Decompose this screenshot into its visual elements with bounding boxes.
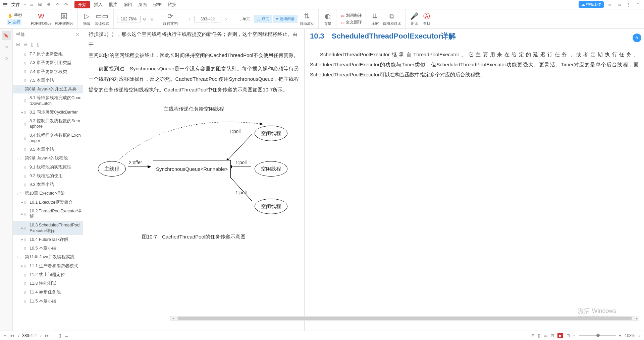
status-back-icon[interactable]: « xyxy=(3,333,7,338)
view2-icon[interactable]: ▯ xyxy=(538,333,540,338)
prev-page-icon[interactable]: ‹ xyxy=(185,15,194,23)
select-mode[interactable]: ➤选择 xyxy=(7,19,21,25)
zoom-out-icon[interactable]: ⊖ xyxy=(141,16,148,22)
zoom-thumb[interactable] xyxy=(596,334,600,337)
bookmark-arrow-icon[interactable]: ▿ xyxy=(15,87,19,91)
auto-scroll-button[interactable]: ⇅自动滚动 xyxy=(298,11,316,27)
status-last-icon[interactable]: ⏭ xyxy=(44,333,50,338)
bookmark-arrow-icon[interactable]: ▸ xyxy=(20,264,24,268)
menu-page[interactable]: 页面 xyxy=(136,1,149,8)
bookmark-item[interactable]: ▸▯10.4 FutureTask详解 xyxy=(13,235,83,244)
bookmark-arrow-icon[interactable]: ▸ xyxy=(20,200,24,204)
menu-insert[interactable]: 插入 xyxy=(92,1,105,8)
float-annotate-icon[interactable]: ✎ xyxy=(633,33,641,42)
view4-icon[interactable]: ⊡ xyxy=(551,333,554,338)
bookmark-item[interactable]: ▿▯第11章 Java并发编程实践 xyxy=(13,253,83,261)
status-play-icon[interactable]: ▶ xyxy=(557,333,563,338)
print-icon[interactable]: 🖶 xyxy=(45,1,52,8)
rotate-button[interactable]: ⟳旋转文档 xyxy=(162,11,179,27)
zoom-slider[interactable] xyxy=(579,335,616,336)
add-bookmark-icon[interactable]: ⊞ xyxy=(16,42,20,47)
bookmark-arrow-icon[interactable]: ▸ xyxy=(20,212,24,216)
menu-edit[interactable]: 编辑 xyxy=(121,1,134,8)
pdf-to-image[interactable]: 🖼PDF转图片 xyxy=(54,11,75,27)
status-first-icon[interactable]: ⏮ xyxy=(9,333,15,338)
continuous-button[interactable]: ≣连续阅读 xyxy=(273,15,298,23)
bookmark-item[interactable]: ▯8.4 线程间交换数据的Exchanger xyxy=(13,131,83,145)
skin-icon[interactable]: ▭ xyxy=(616,1,623,8)
bookmark-item[interactable]: ▯11.5 本章小结 xyxy=(13,297,83,305)
menu-annotate[interactable]: 批注 xyxy=(107,1,119,8)
bookmark-item[interactable]: ▯8.1 等待多线程完成的CountDownLatch xyxy=(13,93,83,108)
collapse-icon[interactable]: ⌃ xyxy=(635,1,641,8)
bookmark-item[interactable]: ▿▯第10章 Executor框架 xyxy=(13,189,83,198)
status-expand-icon[interactable]: » xyxy=(638,333,641,338)
status-bookmark-icon[interactable]: ▯ xyxy=(58,333,62,338)
bookmark-item[interactable]: ▿▯第9章 Java中的线程池 xyxy=(13,154,83,162)
bookmark-item[interactable]: ▸▯8.2 同步屏障CyclicBarrier xyxy=(13,108,83,117)
thumbnail-rail-icon[interactable]: ▭ xyxy=(2,42,11,52)
next-page-icon[interactable]: › xyxy=(222,15,230,23)
more-icon[interactable]: ⋮ xyxy=(625,1,632,8)
word-translate[interactable]: ▭划词翻译 xyxy=(340,12,363,19)
status-zoom-in-icon[interactable]: + xyxy=(619,333,622,338)
status-zoom-value[interactable]: 103% xyxy=(625,333,635,338)
hand-mode[interactable]: ✋手型 xyxy=(7,12,23,19)
crop-button[interactable]: ⧉截图和对比 xyxy=(381,11,402,27)
double-page-button[interactable]: ▯▯双页 xyxy=(254,15,272,23)
bookmark-arrow-icon[interactable]: ▿ xyxy=(15,255,19,259)
status-next-icon[interactable]: › xyxy=(40,333,42,338)
bookmark-item[interactable]: ▯8.5 本章小结 xyxy=(13,145,83,154)
status-prev-icon[interactable]: ‹ xyxy=(17,333,19,338)
read-aloud-button[interactable]: 🎤朗读 xyxy=(409,11,420,27)
bookmark-arrow-icon[interactable]: ▸ xyxy=(20,110,24,114)
menu-protect[interactable]: 保护 xyxy=(151,1,164,8)
scroll-thumb[interactable] xyxy=(177,317,632,320)
bookmark-item[interactable]: ▯9.1 线程池的实现原理 xyxy=(13,163,83,172)
status-page-input[interactable]: 383/422 xyxy=(22,333,38,338)
save-icon[interactable]: 🖫 xyxy=(37,1,43,8)
collapse-bookmark-icon[interactable]: ▯ xyxy=(37,42,40,47)
hamburger-icon[interactable] xyxy=(3,3,7,6)
horizontal-scrollbar[interactable]: ◂ ▸ xyxy=(170,316,639,321)
play-button[interactable]: ▷播放 xyxy=(81,11,93,27)
read-mode-button[interactable]: ▭▭阅读模式 xyxy=(93,11,111,27)
menu-start[interactable]: 开始 xyxy=(74,1,90,8)
zoom-in-icon[interactable]: ⊕ xyxy=(149,16,155,22)
redo-icon[interactable]: ↷ xyxy=(63,1,69,8)
status-fit-icon[interactable]: ⊡ xyxy=(567,333,570,338)
upload-badge[interactable]: ☁拖拽上传 xyxy=(579,1,604,8)
bookmark-item[interactable]: ▯9.2 线程池的使用 xyxy=(13,172,83,180)
background-button[interactable]: ◐背景 xyxy=(322,11,333,27)
view3-icon[interactable]: ▭ xyxy=(544,333,547,338)
bookmark-arrow-icon[interactable]: ▿ xyxy=(15,191,19,196)
view1-icon[interactable]: ⊞ xyxy=(531,333,535,338)
status-sidebar-icon[interactable]: ▭ xyxy=(64,333,69,338)
bookmark-item[interactable]: ▯7.5 本章小结 xyxy=(13,76,83,85)
expand-bookmark-icon[interactable]: ▯ xyxy=(31,42,34,47)
bookmark-item[interactable]: ▸▯10.1 Executor框架简介 xyxy=(13,198,83,207)
bookmark-rail-icon[interactable]: 🔖 xyxy=(2,31,11,40)
bookmark-item[interactable]: ▯10.5 本章小结 xyxy=(13,244,83,253)
zoom-value[interactable]: 102.76% xyxy=(117,16,141,22)
status-zoom-out-icon[interactable]: − xyxy=(573,333,576,338)
pdf-to-office[interactable]: WPDF转Office xyxy=(30,11,53,27)
attachment-rail-icon[interactable]: ◇ xyxy=(2,54,11,63)
bookmark-item[interactable]: ▸▯10.2 ThreadPoolExecutor详解 xyxy=(13,207,83,221)
document-viewport[interactable]: 行步骤1）），那么这个空闲线程将执行主线程提交的新任务；否则，这个空闲线程将终止… xyxy=(83,29,644,331)
scroll-right-icon[interactable]: ▸ xyxy=(634,316,639,320)
scroll-left-icon[interactable]: ◂ xyxy=(171,316,175,320)
bookmark-item[interactable]: ▯7.4 原子更新字段类 xyxy=(13,67,83,76)
bookmark-item[interactable]: ▯11.3 性能测试 xyxy=(13,279,83,288)
bookmark-item[interactable]: ▯9.3 本章小结 xyxy=(13,180,83,189)
undo-icon[interactable]: ↶ xyxy=(54,1,61,8)
bookmark-item[interactable]: ▯11.4 异步任务池 xyxy=(13,288,83,296)
bookmark-arrow-icon[interactable]: ▿ xyxy=(15,156,19,160)
open-icon[interactable]: ▭ xyxy=(28,1,35,8)
bookmark-item[interactable]: ▯11.2 线上问题定位 xyxy=(13,270,83,279)
bookmark-item[interactable]: ▯8.3 控制并发线程数的Semaphore xyxy=(13,117,83,131)
page-input[interactable]: 383/422 xyxy=(194,16,221,22)
bookmark-arrow-icon[interactable]: ▸ xyxy=(20,237,24,242)
single-page-button[interactable]: ▯单页 xyxy=(236,15,253,23)
full-translate[interactable]: ▭全文翻译 xyxy=(340,19,363,25)
